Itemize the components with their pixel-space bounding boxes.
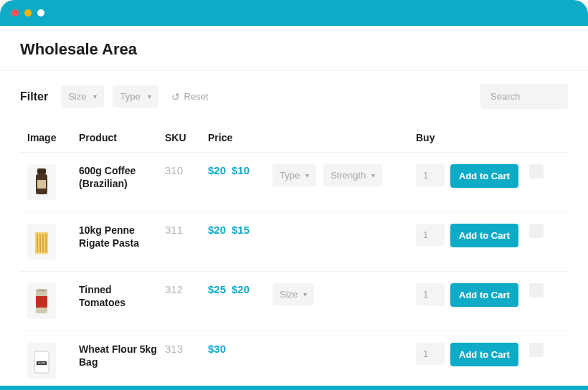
table-row: FLOUR Wheat Flour 5kg Bag 313 $30 Add to… (20, 330, 568, 390)
svg-point-10 (36, 289, 47, 292)
app-window: Wholesale Area Filter Size ▾ Type ▾ ↺ Re… (0, 0, 588, 390)
action-cell: Add to Cart (450, 283, 529, 307)
products-table: Image Product SKU Price Buy 600g Coffee … (0, 122, 588, 390)
product-name: Tinned Tomatoes (79, 283, 158, 309)
option-label: Strength (331, 170, 366, 181)
product-name-cell: Tinned Tomatoes (79, 283, 165, 309)
col-header-price: Price (208, 132, 272, 143)
check-cell (529, 343, 551, 357)
quantity-input[interactable] (416, 343, 445, 365)
window-titlebar (0, 0, 588, 26)
filter-reset-label: Reset (184, 91, 209, 102)
product-sku-cell: 310 (165, 164, 208, 177)
quantity-input[interactable] (416, 283, 445, 305)
option-label: Type (280, 170, 300, 181)
qty-cell (416, 343, 450, 365)
filter-type-label: Type (120, 91, 140, 102)
option-type-select[interactable]: Type ▾ (272, 164, 316, 186)
row-checkbox[interactable] (529, 343, 544, 357)
filter-type-select[interactable]: Type ▾ (113, 85, 158, 108)
quantity-input[interactable] (416, 224, 445, 246)
add-to-cart-button[interactable]: Add to Cart (450, 343, 518, 366)
table-row: 10kg Penne Rigate Pasta 311 $20 $15 Add … (20, 211, 568, 271)
col-header-sku: SKU (165, 132, 208, 143)
qty-cell (416, 283, 450, 305)
table-header-row: Image Product SKU Price Buy (20, 122, 568, 152)
price-original: $20 (208, 164, 226, 176)
product-price-cell: $30 (208, 343, 272, 355)
svg-rect-2 (37, 180, 46, 189)
col-header-product: Product (79, 132, 165, 143)
product-thumbnail (27, 164, 56, 200)
product-name-cell: 600g Coffee (Brazilian) (79, 164, 165, 190)
product-name: 10kg Penne Rigate Pasta (79, 224, 158, 249)
product-sku: 312 (165, 283, 183, 295)
product-name: 600g Coffee (Brazilian) (79, 164, 158, 190)
add-to-cart-button[interactable]: Add to Cart (450, 283, 518, 307)
window-maximize-icon[interactable] (37, 9, 44, 16)
product-name-cell: 10kg Penne Rigate Pasta (79, 224, 165, 249)
product-image-cell (27, 224, 79, 260)
price-current: $30 (208, 343, 226, 355)
action-cell: Add to Cart (450, 224, 529, 247)
product-options-cell: Type ▾ Strength ▾ (272, 164, 416, 186)
col-header-buy: Buy (416, 132, 450, 143)
quantity-input[interactable] (416, 164, 445, 186)
product-price-cell: $20 $10 (208, 164, 272, 176)
flour-bag-icon: FLOUR (31, 346, 52, 376)
product-price-cell: $20 $15 (208, 224, 272, 236)
table-row: 600g Coffee (Brazilian) 310 $20 $10 Type… (20, 152, 568, 211)
product-image-cell (27, 283, 79, 319)
col-header-check (529, 132, 551, 143)
reset-icon: ↺ (171, 91, 180, 103)
svg-text:FLOUR: FLOUR (38, 362, 46, 365)
col-header-image: Image (27, 132, 79, 143)
svg-rect-0 (37, 168, 46, 174)
svg-rect-9 (36, 296, 47, 308)
action-cell: Add to Cart (450, 343, 529, 366)
price-current: $20 (232, 283, 250, 295)
qty-cell (416, 164, 450, 186)
product-sku-cell: 313 (165, 343, 208, 356)
col-header-options (272, 132, 416, 143)
row-checkbox[interactable] (529, 283, 544, 298)
product-name: Wheat Flour 5kg Bag (79, 343, 158, 368)
check-cell (529, 224, 551, 238)
filter-bar: Filter Size ▾ Type ▾ ↺ Reset (0, 71, 588, 122)
check-cell (529, 164, 551, 179)
tin-can-icon (31, 286, 52, 316)
product-name-cell: Wheat Flour 5kg Bag (79, 343, 165, 368)
product-price-cell: $25 $20 (208, 283, 272, 295)
add-to-cart-button[interactable]: Add to Cart (450, 164, 518, 188)
product-thumbnail (27, 224, 56, 260)
page-header: Wholesale Area (0, 26, 588, 70)
product-sku: 313 (165, 343, 183, 355)
bottom-accent-bar (0, 386, 588, 390)
caret-down-icon: ▾ (371, 171, 375, 179)
product-thumbnail (27, 283, 56, 319)
window-minimize-icon[interactable] (24, 9, 32, 16)
product-image-cell: FLOUR (27, 343, 79, 379)
caret-down-icon: ▾ (303, 290, 307, 298)
price-original: $20 (208, 224, 226, 236)
window-close-icon[interactable] (11, 9, 19, 16)
page-title: Wholesale Area (20, 40, 568, 59)
product-sku-cell: 311 (165, 224, 208, 237)
price-current: $10 (232, 164, 250, 176)
option-label: Size (280, 289, 298, 300)
add-to-cart-button[interactable]: Add to Cart (450, 224, 518, 247)
row-checkbox[interactable] (529, 224, 544, 238)
product-sku-cell: 312 (165, 283, 208, 296)
row-checkbox[interactable] (529, 164, 544, 179)
table-row: Tinned Tomatoes 312 $25 $20 Size ▾ (20, 271, 568, 330)
option-size-select[interactable]: Size ▾ (272, 283, 314, 305)
filter-reset-button[interactable]: ↺ Reset (167, 85, 213, 108)
coffee-jar-icon (31, 167, 52, 197)
search-input[interactable] (480, 84, 568, 109)
filter-size-select[interactable]: Size ▾ (61, 85, 104, 108)
product-sku: 311 (165, 224, 183, 236)
col-header-action (450, 132, 529, 143)
action-cell: Add to Cart (450, 164, 529, 188)
option-strength-select[interactable]: Strength ▾ (323, 164, 382, 186)
caret-down-icon: ▾ (305, 171, 309, 179)
